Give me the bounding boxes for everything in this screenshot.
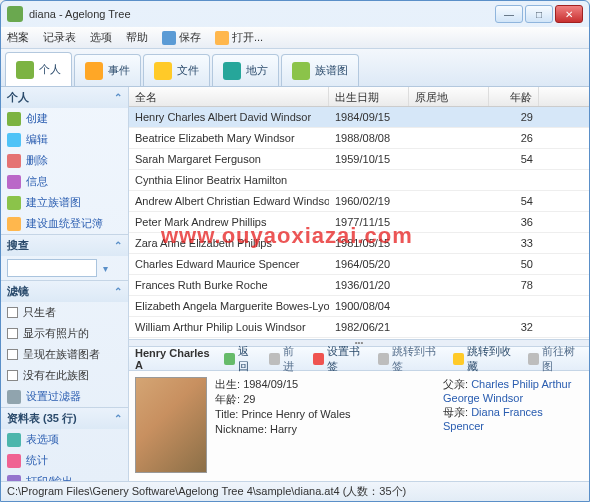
col-dob[interactable]: 出生日期 [329,87,409,106]
sidebar-head-person[interactable]: 个人⌃ [1,87,128,108]
col-name[interactable]: 全名 [129,87,329,106]
window-title: diana - Agelong Tree [29,8,495,20]
maximize-button[interactable]: □ [525,5,553,23]
sidebar-pedigree[interactable]: 建设血统登记簿 [1,213,128,234]
chevron-up-icon: ⌃ [114,413,122,424]
chevron-up-icon: ⌃ [114,286,122,297]
checkbox[interactable] [7,370,18,381]
back-icon [224,353,235,365]
chart-icon [7,454,21,468]
nav-favorite[interactable]: 跳转到收藏 [453,344,518,374]
menu-option[interactable]: 选项 [90,30,112,45]
filter-in-tree[interactable]: 呈现在族谱图者 [1,344,128,365]
menu-help[interactable]: 帮助 [126,30,148,45]
table-row[interactable]: Cynthia Elinor Beatrix Hamilton [129,170,589,191]
nav-goto-bookmark[interactable]: 跳转到书签 [378,344,443,374]
bookmark-goto-icon [378,353,389,365]
statusbar: C:\Program Files\Genery Software\Agelong… [1,481,589,501]
table-row[interactable]: Frances Ruth Burke Roche1936/01/2078 [129,275,589,296]
filter-not-tree[interactable]: 没有在此族图 [1,365,128,386]
gear-icon [7,433,21,447]
tree-icon [292,62,310,80]
table-row[interactable]: Beatrice Elizabeth Mary Windsor1988/08/0… [129,128,589,149]
sidebar-head-data[interactable]: 资料表 (35 行)⌃ [1,408,128,429]
tab-file[interactable]: 文件 [143,54,210,86]
checkbox[interactable] [7,307,18,318]
filter-setup[interactable]: 设置过滤器 [1,386,128,407]
nav-bookmark[interactable]: 设置书签 [313,344,368,374]
book-icon [7,217,21,231]
menubar: 档案 记录表 选项 帮助 保存 打开... [1,27,589,49]
app-window: diana - Agelong Tree — □ ✕ 档案 记录表 选项 帮助 … [0,0,590,502]
table-row[interactable]: Peter Mark Andrew Phillips1977/11/1536 [129,212,589,233]
sidebar-create[interactable]: 创建 [1,108,128,129]
search-input[interactable] [7,259,97,277]
col-origin[interactable]: 原居地 [409,87,489,106]
main-tabs: 个人 事件 文件 地方 族谱图 [1,49,589,87]
nav-back[interactable]: 返回 [224,344,258,374]
sidebar-delete[interactable]: 删除 [1,150,128,171]
table-row[interactable]: Andrew Albert Christian Edward Windsor19… [129,191,589,212]
sidebar: 个人⌃ 创建 编辑 删除 信息 建立族谱图 建设血统登记簿 搜查⌃ ▾ 滤镜⌃ … [1,87,129,483]
nav-forward[interactable]: 前进 [269,344,303,374]
filter-photo[interactable]: 显示有照片的 [1,323,128,344]
forward-icon [269,353,280,365]
table-row[interactable]: Henry Charles Albert David Windsor1984/0… [129,107,589,128]
filter-alive[interactable]: 只生者 [1,302,128,323]
table-row[interactable]: Elizabeth Angela Marguerite Bowes-Lyon19… [129,296,589,317]
filter-icon [7,390,21,404]
open-icon [215,31,229,45]
detail-panel: Henry Charles A 返回 前进 设置书签 跳转到书签 跳转到收藏 前… [129,347,589,483]
chevron-down-icon[interactable]: ▾ [103,263,108,274]
sidebar-head-filter[interactable]: 滤镜⌃ [1,281,128,302]
chevron-up-icon: ⌃ [114,240,122,251]
plus-icon [7,112,21,126]
table-row[interactable]: Zara Anne Elizabeth Phillips1981/05/1533 [129,233,589,254]
table-header: 全名 出生日期 原居地 年龄 [129,87,589,107]
delete-icon [7,154,21,168]
checkbox[interactable] [7,349,18,360]
tab-tree[interactable]: 族谱图 [281,54,359,86]
tab-place[interactable]: 地方 [212,54,279,86]
table-row[interactable]: Charles Edward Maurice Spencer1964/05/20… [129,254,589,275]
col-age[interactable]: 年龄 [489,87,539,106]
file-icon [154,62,172,80]
sidebar-head-search[interactable]: 搜查⌃ [1,235,128,256]
save-icon [162,31,176,45]
sidebar-edit[interactable]: 编辑 [1,129,128,150]
detail-name: Henry Charles A [135,347,214,371]
sidebar-info[interactable]: 信息 [1,171,128,192]
table-row[interactable]: Sarah Margaret Ferguson1959/10/1554 [129,149,589,170]
app-icon [7,6,23,22]
person-icon [16,61,34,79]
minimize-button[interactable]: — [495,5,523,23]
sidebar-table-opts[interactable]: 表选项 [1,429,128,450]
close-button[interactable]: ✕ [555,5,583,23]
table-row[interactable]: William Arthur Philip Louis Windsor1982/… [129,317,589,338]
open-button[interactable]: 打开... [215,30,263,45]
place-icon [223,62,241,80]
tab-person[interactable]: 个人 [5,52,72,86]
tree-icon [7,196,21,210]
menu-file[interactable]: 档案 [7,30,29,45]
star-icon [453,353,464,365]
titlebar: diana - Agelong Tree — □ ✕ [1,1,589,27]
nav-tree[interactable]: 前往树图 [528,344,583,374]
sidebar-build-tree[interactable]: 建立族谱图 [1,192,128,213]
person-photo[interactable] [135,377,207,473]
person-info: 出生: 1984/09/15 年龄: 29 Title: Prince Henr… [215,377,435,477]
main-panel: 全名 出生日期 原居地 年龄 Henry Charles Albert Davi… [129,87,589,483]
tab-event[interactable]: 事件 [74,54,141,86]
checkbox[interactable] [7,328,18,339]
table-body: Henry Charles Albert David Windsor1984/0… [129,107,589,339]
info-icon [7,175,21,189]
detail-toolbar: Henry Charles A 返回 前进 设置书签 跳转到书签 跳转到收藏 前… [129,347,589,371]
bookmark-icon [313,353,324,365]
event-icon [85,62,103,80]
sidebar-stats[interactable]: 统计 [1,450,128,471]
save-button[interactable]: 保存 [162,30,201,45]
chevron-up-icon: ⌃ [114,92,122,103]
edit-icon [7,133,21,147]
parents-info: 父亲: Charles Philip Arthur George Windsor… [443,377,583,477]
menu-record[interactable]: 记录表 [43,30,76,45]
